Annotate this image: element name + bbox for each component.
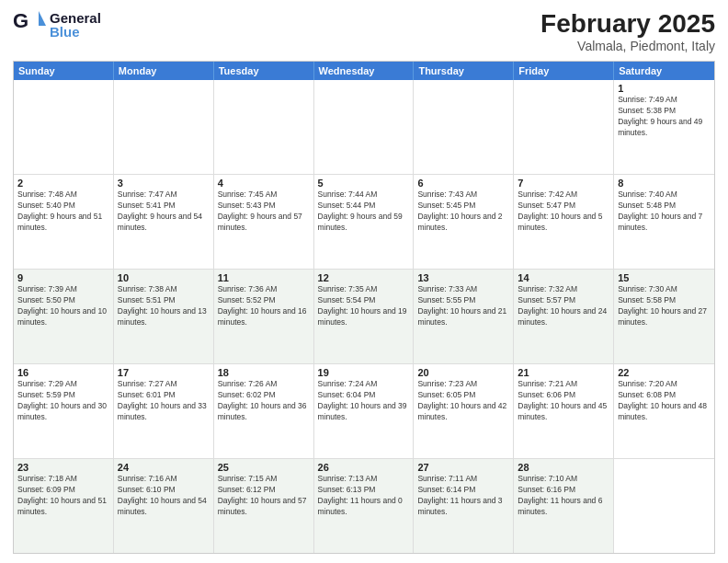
header-cell-thursday: Thursday — [414, 62, 514, 80]
day-info: Sunrise: 7:38 AMSunset: 5:51 PMDaylight:… — [118, 284, 210, 328]
day-number: 20 — [417, 367, 509, 378]
day-info: Sunrise: 7:33 AMSunset: 5:55 PMDaylight:… — [417, 284, 509, 328]
empty-cell — [514, 80, 614, 174]
day-cell-6: 6Sunrise: 7:43 AMSunset: 5:45 PMDaylight… — [414, 175, 514, 269]
day-number: 18 — [218, 367, 310, 378]
page-header: G General Blue February 2025 Valmala, Pi… — [13, 9, 715, 53]
calendar: SundayMondayTuesdayWednesdayThursdayFrid… — [13, 61, 715, 554]
day-number: 26 — [318, 462, 410, 473]
day-cell-28: 28Sunrise: 7:10 AMSunset: 6:16 PMDayligh… — [514, 459, 614, 553]
logo-icon: G — [13, 9, 46, 40]
calendar-body: 1Sunrise: 7:49 AMSunset: 5:38 PMDaylight… — [14, 80, 714, 553]
day-number: 15 — [618, 272, 711, 283]
day-number: 17 — [118, 367, 210, 378]
day-info: Sunrise: 7:47 AMSunset: 5:41 PMDaylight:… — [118, 190, 210, 234]
day-cell-2: 2Sunrise: 7:48 AMSunset: 5:40 PMDaylight… — [14, 175, 114, 269]
empty-cell — [414, 80, 514, 174]
day-cell-13: 13Sunrise: 7:33 AMSunset: 5:55 PMDayligh… — [414, 270, 514, 363]
day-info: Sunrise: 7:15 AMSunset: 6:12 PMDaylight:… — [218, 474, 310, 518]
day-info: Sunrise: 7:45 AMSunset: 5:43 PMDaylight:… — [218, 190, 310, 234]
day-number: 6 — [417, 178, 509, 189]
day-info: Sunrise: 7:24 AMSunset: 6:04 PMDaylight:… — [318, 379, 410, 423]
day-info: Sunrise: 7:16 AMSunset: 6:10 PMDaylight:… — [118, 474, 210, 518]
day-number: 19 — [318, 367, 410, 378]
day-cell-14: 14Sunrise: 7:32 AMSunset: 5:57 PMDayligh… — [514, 270, 614, 363]
day-cell-9: 9Sunrise: 7:39 AMSunset: 5:50 PMDaylight… — [14, 270, 114, 363]
empty-cell — [114, 80, 214, 174]
day-info: Sunrise: 7:35 AMSunset: 5:54 PMDaylight:… — [318, 284, 410, 328]
day-info: Sunrise: 7:29 AMSunset: 5:59 PMDaylight:… — [17, 379, 109, 423]
day-cell-22: 22Sunrise: 7:20 AMSunset: 6:08 PMDayligh… — [614, 364, 714, 458]
calendar-row-4: 23Sunrise: 7:18 AMSunset: 6:09 PMDayligh… — [14, 458, 714, 553]
day-info: Sunrise: 7:30 AMSunset: 5:58 PMDaylight:… — [618, 284, 711, 328]
day-number: 3 — [118, 178, 210, 189]
day-cell-25: 25Sunrise: 7:15 AMSunset: 6:12 PMDayligh… — [214, 459, 314, 553]
day-info: Sunrise: 7:40 AMSunset: 5:48 PMDaylight:… — [618, 190, 711, 234]
header-cell-monday: Monday — [114, 62, 214, 80]
day-cell-24: 24Sunrise: 7:16 AMSunset: 6:10 PMDayligh… — [114, 459, 214, 553]
logo: G General Blue — [13, 9, 101, 40]
day-number: 16 — [17, 367, 109, 378]
empty-cell — [314, 80, 415, 174]
day-cell-11: 11Sunrise: 7:36 AMSunset: 5:52 PMDayligh… — [214, 270, 314, 363]
calendar-row-1: 2Sunrise: 7:48 AMSunset: 5:40 PMDaylight… — [14, 174, 714, 269]
svg-marker-1 — [39, 11, 46, 26]
day-cell-16: 16Sunrise: 7:29 AMSunset: 5:59 PMDayligh… — [14, 364, 114, 458]
day-number: 1 — [618, 83, 711, 94]
page-container: G General Blue February 2025 Valmala, Pi… — [0, 0, 728, 563]
empty-cell — [214, 80, 314, 174]
day-cell-21: 21Sunrise: 7:21 AMSunset: 6:06 PMDayligh… — [514, 364, 614, 458]
day-cell-19: 19Sunrise: 7:24 AMSunset: 6:04 PMDayligh… — [314, 364, 415, 458]
day-number: 13 — [417, 272, 509, 283]
day-cell-26: 26Sunrise: 7:13 AMSunset: 6:13 PMDayligh… — [314, 459, 415, 553]
day-cell-23: 23Sunrise: 7:18 AMSunset: 6:09 PMDayligh… — [14, 459, 114, 553]
day-info: Sunrise: 7:39 AMSunset: 5:50 PMDaylight:… — [17, 284, 109, 328]
day-info: Sunrise: 7:23 AMSunset: 6:05 PMDaylight:… — [417, 379, 509, 423]
day-number: 11 — [218, 272, 310, 283]
day-number: 22 — [618, 367, 711, 378]
header-cell-wednesday: Wednesday — [314, 62, 415, 80]
day-cell-18: 18Sunrise: 7:26 AMSunset: 6:02 PMDayligh… — [214, 364, 314, 458]
day-info: Sunrise: 7:49 AMSunset: 5:38 PMDaylight:… — [618, 95, 711, 139]
day-number: 8 — [618, 178, 711, 189]
day-number: 28 — [518, 462, 609, 473]
day-number: 10 — [118, 272, 210, 283]
day-number: 27 — [417, 462, 509, 473]
day-number: 9 — [17, 272, 109, 283]
empty-cell — [14, 80, 114, 174]
day-info: Sunrise: 7:18 AMSunset: 6:09 PMDaylight:… — [17, 474, 109, 518]
day-number: 7 — [518, 178, 609, 189]
day-info: Sunrise: 7:32 AMSunset: 5:57 PMDaylight:… — [518, 284, 609, 328]
day-cell-4: 4Sunrise: 7:45 AMSunset: 5:43 PMDaylight… — [214, 175, 314, 269]
day-info: Sunrise: 7:27 AMSunset: 6:01 PMDaylight:… — [118, 379, 210, 423]
header-cell-friday: Friday — [514, 62, 614, 80]
title-section: February 2025 Valmala, Piedmont, Italy — [540, 9, 715, 53]
calendar-header: SundayMondayTuesdayWednesdayThursdayFrid… — [14, 62, 714, 80]
day-info: Sunrise: 7:36 AMSunset: 5:52 PMDaylight:… — [218, 284, 310, 328]
day-number: 14 — [518, 272, 609, 283]
day-cell-3: 3Sunrise: 7:47 AMSunset: 5:41 PMDaylight… — [114, 175, 214, 269]
day-number: 2 — [17, 178, 109, 189]
day-cell-27: 27Sunrise: 7:11 AMSunset: 6:14 PMDayligh… — [414, 459, 514, 553]
logo-blue: Blue — [50, 25, 101, 39]
day-number: 21 — [518, 367, 609, 378]
day-cell-5: 5Sunrise: 7:44 AMSunset: 5:44 PMDaylight… — [314, 175, 415, 269]
day-cell-7: 7Sunrise: 7:42 AMSunset: 5:47 PMDaylight… — [514, 175, 614, 269]
day-number: 24 — [118, 462, 210, 473]
day-cell-17: 17Sunrise: 7:27 AMSunset: 6:01 PMDayligh… — [114, 364, 214, 458]
day-number: 23 — [17, 462, 109, 473]
day-cell-15: 15Sunrise: 7:30 AMSunset: 5:58 PMDayligh… — [614, 270, 714, 363]
day-number: 4 — [218, 178, 310, 189]
day-info: Sunrise: 7:11 AMSunset: 6:14 PMDaylight:… — [417, 474, 509, 518]
day-info: Sunrise: 7:42 AMSunset: 5:47 PMDaylight:… — [518, 190, 609, 234]
day-info: Sunrise: 7:10 AMSunset: 6:16 PMDaylight:… — [518, 474, 609, 518]
svg-text:G: G — [13, 9, 28, 32]
header-cell-saturday: Saturday — [614, 62, 714, 80]
day-info: Sunrise: 7:44 AMSunset: 5:44 PMDaylight:… — [318, 190, 410, 234]
calendar-row-2: 9Sunrise: 7:39 AMSunset: 5:50 PMDaylight… — [14, 269, 714, 363]
logo-general: General — [50, 11, 101, 25]
day-cell-10: 10Sunrise: 7:38 AMSunset: 5:51 PMDayligh… — [114, 270, 214, 363]
day-number: 25 — [218, 462, 310, 473]
calendar-row-0: 1Sunrise: 7:49 AMSunset: 5:38 PMDaylight… — [14, 80, 714, 174]
day-info: Sunrise: 7:13 AMSunset: 6:13 PMDaylight:… — [318, 474, 410, 518]
